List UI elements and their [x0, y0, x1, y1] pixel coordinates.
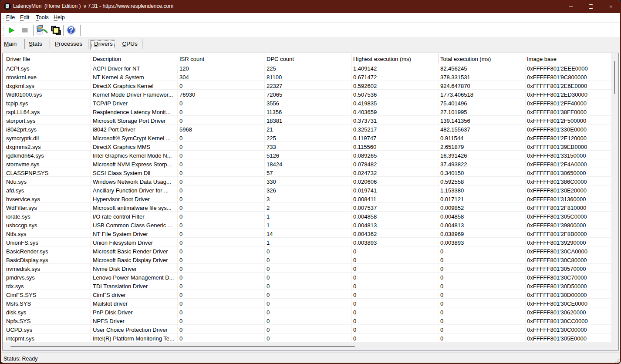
- svg-text:?: ?: [69, 26, 74, 34]
